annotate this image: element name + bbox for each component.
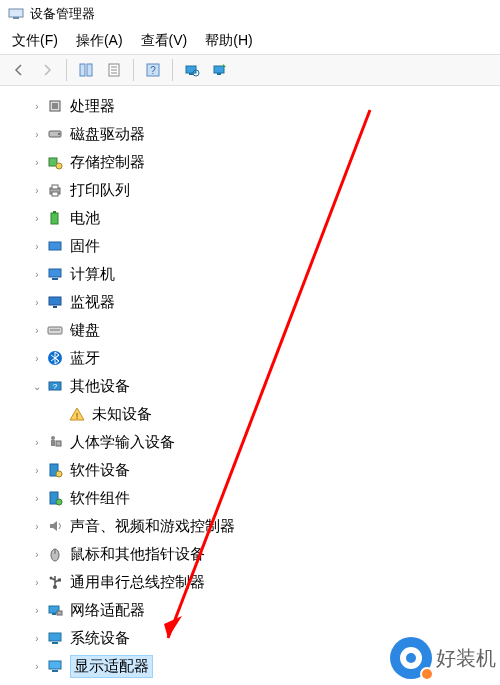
tree-item-label: 通用串行总线控制器: [70, 573, 205, 592]
tree-item-label: 计算机: [70, 265, 115, 284]
usb-icon: [46, 573, 64, 591]
chevron-right-icon[interactable]: ›: [30, 435, 44, 449]
chevron-right-icon[interactable]: ›: [30, 155, 44, 169]
svg-rect-26: [49, 242, 61, 250]
tree-item-disk[interactable]: › 磁盘驱动器: [30, 120, 500, 148]
chevron-right-icon[interactable]: ›: [30, 267, 44, 281]
properties-button[interactable]: [101, 57, 127, 83]
tree-item-other[interactable]: ⌄ ? 其他设备: [30, 372, 500, 400]
chevron-right-icon[interactable]: ›: [30, 547, 44, 561]
svg-rect-16: [52, 103, 58, 109]
svg-rect-14: [217, 73, 221, 75]
chevron-right-icon[interactable]: ›: [30, 211, 44, 225]
svg-rect-10: [186, 66, 196, 73]
tree-item-label: 网络适配器: [70, 601, 145, 620]
device-tree: › 处理器 › 磁盘驱动器 › 存储控制器 › 打印队列 › 电池 › 固件 ›…: [0, 86, 500, 685]
tree-item-storage[interactable]: › 存储控制器: [30, 148, 500, 176]
chevron-right-icon[interactable]: ›: [30, 603, 44, 617]
svg-rect-1: [13, 17, 19, 19]
tree-item-audio[interactable]: › 音频输入和输出: [30, 680, 500, 685]
chevron-right-icon[interactable]: ›: [30, 463, 44, 477]
other-icon: ?: [46, 377, 64, 395]
tree-item-label: 电池: [70, 209, 100, 228]
show-hide-console-button[interactable]: [73, 57, 99, 83]
forward-button[interactable]: [34, 57, 60, 83]
tree-item-unknown[interactable]: ! 未知设备: [30, 400, 500, 428]
menu-view[interactable]: 查看(V): [141, 32, 188, 50]
chevron-right-icon[interactable]: ›: [30, 575, 44, 589]
monitor-icon: [46, 293, 64, 311]
chevron-right-icon[interactable]: ›: [30, 491, 44, 505]
tree-item-monitor[interactable]: › 监视器: [30, 288, 500, 316]
computer-icon: [46, 265, 64, 283]
svg-text:?: ?: [150, 65, 156, 76]
tree-item-label: 监视器: [70, 293, 115, 312]
svg-text:!: !: [76, 411, 79, 421]
chevron-right-icon[interactable]: ›: [30, 323, 44, 337]
tree-item-computer[interactable]: › 计算机: [30, 260, 500, 288]
svg-rect-51: [52, 613, 56, 615]
tree-item-network[interactable]: › 网络适配器: [30, 596, 500, 624]
separator: [172, 59, 173, 81]
svg-rect-2: [80, 64, 85, 76]
mouse-icon: [46, 545, 64, 563]
chevron-right-icon[interactable]: ›: [30, 351, 44, 365]
svg-rect-22: [52, 185, 58, 189]
menubar: 文件(F) 操作(A) 查看(V) 帮助(H): [0, 28, 500, 54]
svg-rect-28: [52, 278, 58, 280]
tree-item-software[interactable]: › 软件设备: [30, 456, 500, 484]
update-driver-button[interactable]: [207, 57, 233, 83]
tree-item-mouse[interactable]: › 鼠标和其他指针设备: [30, 540, 500, 568]
tree-item-label: 声音、视频和游戏控制器: [70, 517, 235, 536]
software-icon: [46, 461, 64, 479]
scan-hardware-button[interactable]: [179, 57, 205, 83]
tree-item-label: 蓝牙: [70, 349, 100, 368]
chevron-right-icon[interactable]: ›: [30, 127, 44, 141]
chevron-down-icon[interactable]: ⌄: [30, 379, 44, 393]
chevron-right-icon[interactable]: ›: [30, 631, 44, 645]
chevron-right-icon[interactable]: ›: [30, 519, 44, 533]
keyboard-icon: [46, 321, 64, 339]
menu-file[interactable]: 文件(F): [12, 32, 58, 50]
tree-item-printer[interactable]: › 打印队列: [30, 176, 500, 204]
svg-rect-39: [56, 441, 61, 446]
svg-rect-0: [9, 9, 23, 17]
chevron-right-icon[interactable]: ›: [30, 183, 44, 197]
system-icon: [46, 629, 64, 647]
menu-help[interactable]: 帮助(H): [205, 32, 252, 50]
sound-icon: [46, 517, 64, 535]
tree-item-label: 显示适配器: [70, 655, 153, 678]
network-icon: [46, 601, 64, 619]
tree-item-label: 处理器: [70, 97, 115, 116]
help-button[interactable]: ?: [140, 57, 166, 83]
tree-item-cpu[interactable]: › 处理器: [30, 92, 500, 120]
tree-item-bluetooth[interactable]: › 蓝牙: [30, 344, 500, 372]
chevron-right-icon[interactable]: ›: [30, 295, 44, 309]
svg-rect-11: [189, 73, 193, 75]
chevron-right-icon[interactable]: ›: [30, 239, 44, 253]
tree-item-hid[interactable]: › 人体学输入设备: [30, 428, 500, 456]
svg-rect-53: [49, 633, 61, 641]
warning-icon: !: [68, 405, 86, 423]
tree-item-component[interactable]: › 软件组件: [30, 484, 500, 512]
svg-rect-52: [57, 611, 62, 615]
chevron-right-icon[interactable]: ›: [30, 99, 44, 113]
tree-item-usb[interactable]: › 通用串行总线控制器: [30, 568, 500, 596]
tree-item-sound[interactable]: › 声音、视频和游戏控制器: [30, 512, 500, 540]
menu-action[interactable]: 操作(A): [76, 32, 123, 50]
back-button[interactable]: [6, 57, 32, 83]
hid-icon: [46, 433, 64, 451]
svg-rect-55: [49, 661, 61, 669]
svg-point-18: [58, 133, 60, 135]
tree-item-firmware[interactable]: › 固件: [30, 232, 500, 260]
firmware-icon: [46, 237, 64, 255]
svg-rect-29: [49, 297, 61, 305]
tree-item-label: 键盘: [70, 321, 100, 340]
tree-item-battery[interactable]: › 电池: [30, 204, 500, 232]
svg-point-48: [50, 577, 53, 580]
svg-rect-27: [49, 269, 61, 277]
tree-item-keyboard[interactable]: › 键盘: [30, 316, 500, 344]
toolbar: ?: [0, 54, 500, 86]
svg-rect-54: [52, 642, 58, 644]
chevron-right-icon[interactable]: ›: [30, 659, 44, 673]
